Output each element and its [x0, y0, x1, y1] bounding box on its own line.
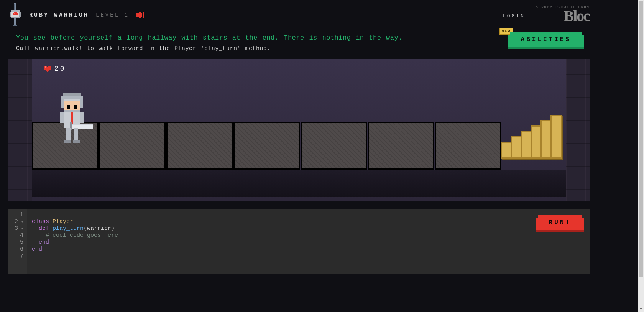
svg-rect-14 [141, 13, 142, 17]
floor-tile [301, 122, 367, 170]
svg-rect-19 [44, 69, 51, 70]
svg-rect-5 [10, 12, 12, 17]
instruction-main: You see before yourself a long hallway w… [16, 33, 582, 43]
svg-rect-11 [13, 25, 17, 26]
floor-row [32, 122, 566, 170]
svg-marker-13 [138, 12, 141, 18]
floor-tile [99, 122, 166, 170]
line-number: 2 ▾ [15, 218, 23, 225]
floor-tile [368, 122, 434, 170]
code-editor-panel: 12 ▾3 ▾4567 class Player def play_turn(w… [8, 209, 590, 274]
kw-end-inner: end [39, 239, 49, 246]
kw-class: class [32, 218, 49, 225]
svg-rect-22 [45, 66, 46, 68]
login-link[interactable]: LOGIN [503, 13, 525, 19]
svg-rect-40 [66, 128, 71, 141]
sound-toggle-icon[interactable] [136, 12, 145, 18]
code-comment: # cool code goes here [46, 232, 118, 239]
svg-rect-9 [14, 13, 15, 14]
hp-value: 20 [54, 65, 66, 73]
svg-rect-28 [64, 101, 80, 110]
svg-rect-42 [64, 140, 71, 143]
floor-tile [166, 122, 233, 170]
svg-rect-34 [60, 112, 64, 123]
run-button-wrap: RUN! [538, 215, 582, 230]
svg-rect-43 [73, 140, 80, 143]
instruction-hint: Call warrior.walk! to walk forward in th… [16, 45, 582, 52]
floor-tile [233, 122, 300, 170]
run-button[interactable]: RUN! [538, 215, 582, 230]
abilities-button[interactable]: ABILITIES [510, 32, 582, 47]
svg-rect-15 [143, 12, 144, 18]
logo-sword-icon [8, 3, 22, 27]
svg-rect-10 [14, 18, 16, 25]
instruction-panel: You see before yourself a long hallway w… [0, 30, 598, 59]
svg-rect-25 [61, 96, 83, 99]
floor-tile [435, 122, 501, 170]
svg-rect-29 [67, 105, 70, 109]
game-board: 20 [8, 59, 590, 201]
fold-marker-icon[interactable]: ▾ [19, 220, 23, 224]
scrollbar-thumb[interactable] [639, 1, 643, 277]
editor-code-area[interactable]: class Player def play_turn(warrior) # co… [27, 209, 590, 274]
bloc-attribution[interactable]: A RUBY PROJECT FROM Bloc [536, 5, 590, 23]
line-number: 7 [15, 253, 23, 260]
svg-rect-27 [80, 96, 83, 108]
kw-def: def [39, 225, 49, 232]
editor-gutter: 12 ▾3 ▾4567 [8, 209, 27, 274]
svg-rect-12 [136, 13, 138, 17]
svg-rect-6 [19, 12, 21, 17]
svg-rect-4 [11, 17, 20, 18]
code-editor[interactable]: 12 ▾3 ▾4567 class Player def play_turn(w… [8, 209, 590, 274]
line-number: 6 [15, 246, 23, 253]
heart-icon [44, 65, 51, 72]
app-title: RUBY WARRIOR [29, 12, 89, 18]
svg-rect-1 [14, 4, 15, 10]
line-number: 4 [15, 232, 23, 239]
line-number: 3 ▾ [15, 225, 23, 232]
line-number: 5 [15, 239, 23, 246]
svg-rect-20 [46, 70, 49, 71]
abilities-button-wrap: NEW ABILITIES [510, 32, 582, 47]
svg-rect-37 [71, 124, 93, 125]
level-indicator: LEVEL 1 [96, 12, 129, 18]
fold-marker-icon[interactable]: ▾ [19, 227, 23, 231]
svg-rect-3 [11, 10, 20, 12]
header-bar: RUBY WARRIOR LEVEL 1 LOGIN A RUBY PROJEC… [0, 0, 598, 30]
kw-end-outer: end [32, 246, 42, 253]
svg-rect-26 [61, 96, 64, 108]
hp-indicator: 20 [44, 65, 66, 73]
line-number: 1 [15, 211, 23, 218]
svg-rect-21 [47, 71, 48, 72]
svg-rect-32 [64, 110, 80, 112]
floor-shadow [32, 170, 566, 197]
window-scrollbar[interactable]: ▲ ▼ [638, 0, 644, 290]
stairs-sprite [501, 114, 562, 160]
method-name: play_turn [53, 225, 84, 232]
method-args: (warrior) [84, 225, 115, 232]
svg-rect-41 [74, 128, 78, 141]
warrior-sprite [54, 93, 93, 147]
class-name: Player [53, 218, 73, 225]
svg-rect-35 [80, 112, 84, 123]
bloc-brand: Bloc [536, 9, 590, 23]
svg-rect-30 [74, 105, 77, 109]
